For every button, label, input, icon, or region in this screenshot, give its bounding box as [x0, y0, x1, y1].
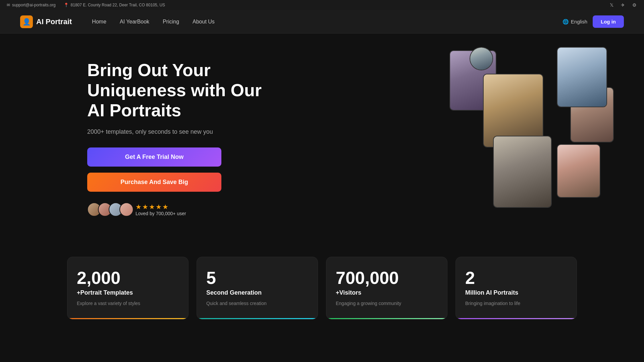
stat-label-visitors: +Visitors [336, 289, 438, 296]
stat-number-templates: 2,000 [77, 269, 179, 287]
topbar-social: 𝕏 ✈ ⚙ [608, 2, 637, 8]
nav-yearbook[interactable]: AI YearBook [120, 19, 149, 25]
topbar-address: 📍 81807 E. County Road 22, Deer Trail, C… [64, 3, 165, 7]
hero-subtitle: 2000+ templates, only seconds to see new… [87, 128, 282, 135]
stat-portraits: 2 Million AI Portraits Bringing imaginat… [455, 257, 577, 319]
email-icon: ✉ [7, 3, 10, 7]
nav-home[interactable]: Home [92, 19, 106, 25]
stat-number-visitors: 700,000 [336, 269, 438, 287]
globe-icon: 🌐 [562, 19, 569, 25]
email-text: support@ai-portraits.org [12, 3, 56, 7]
stat-visitors: 700,000 +Visitors Engaging a growing com… [326, 257, 447, 319]
logo-icon: 👤 [20, 15, 33, 28]
logo[interactable]: 👤 AI Portrait [20, 15, 72, 28]
login-button[interactable]: Log in [593, 15, 624, 28]
language-text: English [571, 19, 587, 24]
portrait-doctor [557, 47, 607, 107]
stat-label-templates: +Portrait Templates [77, 289, 179, 296]
twitter-icon[interactable]: 𝕏 [608, 2, 614, 8]
location-icon: 📍 [64, 3, 69, 7]
logo-text: AI Portrait [36, 17, 72, 26]
stat-number-portraits: 2 [465, 269, 567, 287]
social-proof: ★★★★★ Loved by 700,000+ user [87, 202, 282, 217]
stat-desc-generation: Quick and seamless creation [206, 300, 308, 307]
stat-templates: 2,000 +Portrait Templates Explore a vast… [67, 257, 189, 319]
telegram-icon[interactable]: ✈ [620, 2, 626, 8]
portrait-small-top [470, 47, 493, 70]
discord-icon[interactable]: ⚙ [631, 2, 637, 8]
navbar: 👤 AI Portrait Home AI YearBook Pricing A… [0, 10, 644, 34]
nav-right: 🌐 English Log in [562, 15, 624, 28]
avatar [119, 202, 133, 217]
stat-desc-templates: Explore a vast variety of styles [77, 300, 179, 307]
stat-number-generation: 5 [206, 269, 308, 287]
topbar: ✉ support@ai-portraits.org 📍 81807 E. Co… [0, 0, 644, 10]
portrait-soldier [493, 136, 552, 208]
avatar-group [87, 202, 130, 217]
stats-section: 2,000 +Portrait Templates Explore a vast… [0, 243, 644, 340]
hero-section: Bring Out Your Uniqueness with Our AI Po… [0, 34, 644, 243]
loved-text: Loved by 700,000+ user [136, 211, 186, 216]
hero-title: Bring Out Your Uniqueness with Our AI Po… [87, 60, 282, 120]
topbar-email: ✉ support@ai-portraits.org [7, 3, 56, 7]
star-rating: ★★★★★ [136, 203, 186, 211]
stat-generation: 5 Second Generation Quick and seamless c… [197, 257, 318, 319]
rating-block: ★★★★★ Loved by 700,000+ user [136, 203, 186, 216]
stat-label-generation: Second Generation [206, 289, 308, 296]
stat-desc-portraits: Bringing imagination to life [465, 300, 567, 307]
language-selector[interactable]: 🌐 English [562, 19, 587, 25]
purchase-button[interactable]: Purchase And Save Big [87, 173, 221, 192]
portrait-professional [557, 144, 600, 198]
trial-button[interactable]: Get A Free Trial Now [87, 147, 221, 167]
nav-links: Home AI YearBook Pricing About Us [92, 19, 562, 25]
nav-pricing[interactable]: Pricing [163, 19, 179, 25]
hero-content: Bring Out Your Uniqueness with Our AI Po… [87, 60, 282, 217]
stat-desc-visitors: Engaging a growing community [336, 300, 438, 307]
address-text: 81807 E. County Road 22, Deer Trail, CO … [71, 3, 165, 7]
nav-about[interactable]: About Us [193, 19, 215, 25]
stat-label-portraits: Million AI Portraits [465, 289, 567, 296]
portrait-collage [443, 47, 617, 208]
